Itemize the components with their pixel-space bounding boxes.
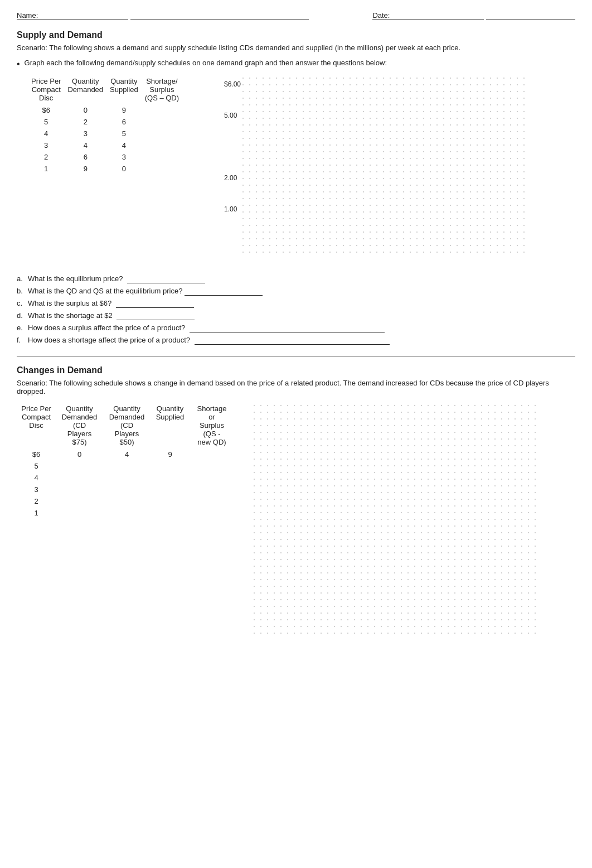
dot-grid-1 <box>240 75 530 253</box>
cell-qd: 3 <box>64 128 106 139</box>
col-header-ss: Shortage/Surplus(QS – QD) <box>142 75 182 104</box>
cell2-qd1 <box>56 507 103 519</box>
table1-area: Price PerCompactDisc QuantityDemanded Qu… <box>28 75 223 264</box>
cell-ss[interactable] <box>142 128 182 139</box>
cell2-qd1 <box>56 495 103 507</box>
table-row: 5 <box>17 460 234 472</box>
cell2-ss[interactable] <box>190 460 234 472</box>
cell2-qd2 <box>103 472 151 484</box>
cell-ss[interactable] <box>142 139 182 151</box>
cell2-price: 4 <box>17 472 56 484</box>
graph2-area <box>234 402 575 636</box>
answer-e[interactable] <box>190 324 385 332</box>
table-row: 4 3 5 <box>28 128 182 139</box>
q-label-a: a. <box>17 274 28 283</box>
q-label-e: e. <box>17 324 28 332</box>
date-field: Date: <box>372 11 575 20</box>
col-header-price: Price PerCompactDisc <box>28 75 64 104</box>
name-field: Name: <box>17 11 309 20</box>
table2-area: Price PerCompactDisc QuantityDemanded(CD… <box>17 402 234 636</box>
cell2-qd1 <box>56 484 103 495</box>
col2-header-qd1: QuantityDemanded(CDPlayers$75) <box>56 402 103 449</box>
cell2-ss[interactable] <box>190 484 234 495</box>
cell-qs: 0 <box>106 163 142 175</box>
dot-grid-inner-1 <box>240 75 530 253</box>
table-row: 1 <box>17 507 234 519</box>
cell2-ss[interactable] <box>190 449 234 460</box>
question-d: d. What is the shortage at $2 <box>17 311 575 320</box>
y-label-600: $6.00 <box>224 80 241 88</box>
q-text-c: What is the surplus at $6? <box>28 299 575 308</box>
cell2-qs: 9 <box>151 449 190 460</box>
cell2-ss[interactable] <box>190 495 234 507</box>
cell2-ss[interactable] <box>190 472 234 484</box>
question-b: b. What is the QD and QS at the equilibr… <box>17 287 575 296</box>
header-row: Name: Date: <box>17 11 575 20</box>
q-text-e: How does a surplus affect the price of a… <box>28 324 575 332</box>
cell2-price: $6 <box>17 449 56 460</box>
answer-a[interactable] <box>127 274 205 283</box>
cell2-qd2 <box>103 460 151 472</box>
cell2-qs <box>151 484 190 495</box>
cell-qd: 6 <box>64 151 106 163</box>
cell-price: 4 <box>28 128 64 139</box>
col2-header-price: Price PerCompactDisc <box>17 402 56 449</box>
section1-content: Price PerCompactDisc QuantityDemanded Qu… <box>28 75 575 264</box>
cell-price: 5 <box>28 116 64 128</box>
cell-qd: 9 <box>64 163 106 175</box>
table-row: 2 6 3 <box>28 151 182 163</box>
cell2-qd1: 0 <box>56 449 103 460</box>
y-label-100: 1.00 <box>224 205 237 213</box>
cell-qd: 0 <box>64 104 106 116</box>
cell-qd: 2 <box>64 116 106 128</box>
cell-price: 2 <box>28 151 64 163</box>
table-row: 3 <box>17 484 234 495</box>
table-row: $6 0 9 <box>28 104 182 116</box>
q-label-f: f. <box>17 336 28 345</box>
date-label: Date: <box>372 11 484 20</box>
divider <box>17 356 575 356</box>
cell-ss[interactable] <box>142 116 182 128</box>
q-text-a: What is the equilibrium price? <box>28 274 575 283</box>
name-label: Name: <box>17 11 128 20</box>
cell2-price: 5 <box>17 460 56 472</box>
cell-qd: 4 <box>64 139 106 151</box>
questions-section: a. What is the equilibrium price? b. Wha… <box>17 274 575 345</box>
col2-header-qd2: QuantityDemanded(CDPlayers$50) <box>103 402 151 449</box>
section1: Supply and Demand Scenario: The followin… <box>17 30 575 345</box>
cell2-qd2 <box>103 495 151 507</box>
cell2-ss[interactable] <box>190 507 234 519</box>
section2-scenario: Scenario: The following schedule shows a… <box>17 379 575 396</box>
answer-f[interactable] <box>195 336 390 345</box>
cell2-qd1 <box>56 472 103 484</box>
dot-grid-2 <box>251 402 541 636</box>
answer-b[interactable] <box>185 287 263 296</box>
bullet-item: • Graph each the following demand/supply… <box>17 59 575 69</box>
cell-qs: 3 <box>106 151 142 163</box>
cell-ss[interactable] <box>142 151 182 163</box>
cell-qs: 5 <box>106 128 142 139</box>
table-row: $6 0 4 9 <box>17 449 234 460</box>
bullet-dot: • <box>17 59 20 69</box>
col2-header-ss: ShortageorSurplus(QS -new QD) <box>190 402 234 449</box>
bullet-text: Graph each the following demand/supply s… <box>25 59 575 69</box>
cell-ss[interactable] <box>142 163 182 175</box>
cell2-qs <box>151 460 190 472</box>
col-header-qs: QuantitySupplied <box>106 75 142 104</box>
cell-qs: 4 <box>106 139 142 151</box>
answer-c[interactable] <box>116 299 194 308</box>
cell-ss[interactable] <box>142 104 182 116</box>
table-row: 3 4 4 <box>28 139 182 151</box>
cell2-price: 2 <box>17 495 56 507</box>
cell2-qd2 <box>103 507 151 519</box>
q-text-d: What is the shortage at $2 <box>28 311 575 320</box>
section1-scenario: Scenario: The following shows a demand a… <box>17 44 575 52</box>
answer-d[interactable] <box>117 311 195 320</box>
cell2-qd2 <box>103 484 151 495</box>
q-text-b: What is the QD and QS at the equilibrium… <box>28 287 575 296</box>
table-row: 2 <box>17 495 234 507</box>
cell2-price: 3 <box>17 484 56 495</box>
y-label-200: 2.00 <box>224 174 237 182</box>
cell2-qs <box>151 495 190 507</box>
supply-demand-table: Price PerCompactDisc QuantityDemanded Qu… <box>28 75 182 175</box>
